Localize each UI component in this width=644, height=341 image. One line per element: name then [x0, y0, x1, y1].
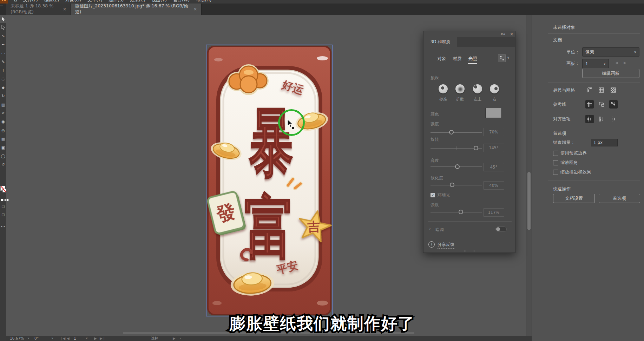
panel-resize-grip[interactable] — [465, 250, 475, 252]
menu-item-6[interactable]: 视图(V) — [152, 0, 167, 3]
panel-title-tab[interactable]: 3D 和材质 — [423, 37, 457, 47]
rotate-view-tool[interactable]: ↺ — [0, 160, 6, 169]
menu-item-2[interactable]: 对象(O) — [66, 0, 81, 3]
panel-header[interactable]: «« × — [423, 31, 515, 37]
lock-guides-icon[interactable] — [597, 100, 606, 109]
ambient-intensity-value[interactable]: 117% — [483, 208, 504, 217]
zoom-caret-icon[interactable]: ∨ — [27, 336, 29, 341]
menu-item-8[interactable]: 帮助(H) — [196, 0, 211, 3]
intensity-slider[interactable] — [431, 132, 482, 133]
tab-lighting[interactable]: 光照 — [468, 56, 477, 64]
scale-corners-checkbox[interactable] — [553, 160, 558, 165]
ruler-icon[interactable] — [585, 86, 594, 94]
snap-to-point-icon[interactable] — [585, 115, 594, 123]
stroke-swatch[interactable] — [2, 189, 6, 192]
preferences-button[interactable]: 首选项 — [599, 194, 640, 203]
last-artboard-icon[interactable]: ▶❘ — [100, 336, 105, 341]
eyedropper-tool[interactable]: ✐ — [0, 109, 6, 117]
tab-object[interactable]: 对象 — [437, 56, 446, 62]
rotation-value[interactable]: 0° — [34, 336, 39, 341]
render-quality-icon[interactable] — [498, 54, 506, 62]
softness-slider[interactable] — [431, 185, 482, 185]
smart-guides-icon[interactable] — [609, 100, 618, 109]
preset-standard[interactable] — [439, 84, 448, 93]
first-artboard-icon[interactable]: ❘◀ — [60, 336, 65, 341]
light-color-swatch[interactable] — [485, 108, 502, 118]
illustrator-logo-icon[interactable]: Ai — [0, 0, 8, 4]
tab-material[interactable]: 材质 — [453, 56, 462, 62]
document-setup-button[interactable]: 文档设置 — [553, 194, 595, 203]
artboard-number[interactable]: 1 — [74, 336, 76, 341]
document-tab-image[interactable]: 微信图片_20231006163910.jpg* @ 16.67 % (RGB/… — [71, 4, 202, 15]
shaper-tool[interactable]: ◌ — [0, 75, 6, 83]
softness-value[interactable]: 40% — [483, 181, 504, 190]
graph-tool[interactable]: ▦ — [0, 135, 6, 143]
artwork-image[interactable]: 好运 暴 富 發 吉 — [206, 45, 333, 316]
intensity-value[interactable]: 70% — [483, 128, 504, 136]
preset-top-left[interactable] — [473, 84, 482, 93]
menu-item-0[interactable]: 文件(F) — [23, 0, 38, 3]
next-artboard-icon[interactable]: ▶ — [624, 61, 626, 65]
color-button[interactable] — [1, 199, 3, 201]
use-preview-bounds-checkbox[interactable] — [553, 151, 558, 156]
height-value[interactable]: 45° — [483, 163, 504, 171]
show-guides-icon[interactable] — [585, 100, 594, 109]
shadow-expander-icon[interactable]: › — [429, 226, 431, 231]
transparency-grid-icon[interactable] — [609, 86, 618, 94]
artboard-caret-icon[interactable]: ∨ — [86, 336, 88, 341]
close-tab-icon[interactable]: × — [193, 7, 197, 12]
blend-tool[interactable]: ◉ — [0, 118, 6, 126]
prev-artboard-icon[interactable]: ◀ — [67, 336, 70, 341]
rotation-slider[interactable] — [431, 148, 482, 149]
draw-mode-button[interactable]: ▢ — [0, 204, 6, 208]
home-icon[interactable]: ⌂ — [14, 0, 17, 2]
edit-artboard-button[interactable]: 编辑画板 — [582, 69, 639, 78]
zoom-level[interactable]: 16.67% — [10, 336, 24, 341]
snap-to-pixel-icon[interactable] — [609, 115, 618, 123]
zoom-tool[interactable]: ◯ — [0, 152, 6, 160]
prev-artboard-icon[interactable]: ◀ — [615, 61, 618, 65]
render-dropdown-caret-icon[interactable]: ∨ — [507, 56, 510, 59]
close-tab-icon[interactable]: × — [63, 7, 66, 12]
ambient-light-checkbox[interactable]: ✓ — [431, 193, 435, 197]
edit-toolbar-button[interactable]: •• — [0, 225, 6, 229]
eraser-tool[interactable]: ◆ — [0, 83, 6, 92]
unit-select[interactable]: 像素 ∨ — [582, 47, 639, 57]
scale-strokes-effects-checkbox[interactable] — [553, 170, 558, 175]
preset-diffuse[interactable] — [455, 84, 465, 93]
rectangle-tool[interactable]: ▭ — [0, 49, 6, 58]
artboard-tool[interactable]: ▣ — [0, 143, 6, 152]
menu-item-4[interactable]: 选择(S) — [109, 0, 124, 3]
direct-selection-tool[interactable] — [0, 23, 6, 32]
status-chevron-icon[interactable]: ‹ — [180, 336, 181, 341]
menu-item-1[interactable]: 编辑(E) — [44, 0, 59, 3]
keyboard-increment-input[interactable]: 1 px — [591, 139, 618, 146]
screen-mode-button[interactable]: ▢ — [0, 212, 6, 216]
rotate-tool[interactable]: ↻ — [0, 92, 6, 100]
color-type-buttons[interactable] — [1, 199, 9, 201]
pen-tool[interactable]: ✒ — [0, 40, 6, 49]
menu-item-7[interactable]: 窗口(W) — [173, 0, 190, 3]
vertical-scrollbar-thumb[interactable] — [527, 172, 531, 230]
gradient-tool[interactable]: ▥ — [0, 100, 6, 109]
selection-tool[interactable] — [0, 15, 6, 23]
share-feedback-link[interactable]: 分享反馈 — [438, 242, 454, 249]
menu-item-3[interactable]: 文字(T) — [87, 0, 102, 3]
next-artboard-icon[interactable]: ▶ — [94, 336, 97, 341]
tab-scroll-grip[interactable] — [0, 6, 3, 13]
rotation-value[interactable]: 145° — [483, 144, 504, 152]
document-tab-untitled[interactable]: 未标题-1 @ 18.38 % (RGB/预览) × — [6, 4, 71, 15]
preset-right[interactable] — [490, 84, 499, 93]
fill-stroke-swatches[interactable] — [0, 186, 6, 198]
menu-item-5[interactable]: 效果(C) — [130, 0, 145, 3]
paintbrush-tool[interactable]: ✎ — [0, 58, 6, 66]
height-slider[interactable] — [431, 166, 482, 167]
curvature-tool[interactable]: ∿ — [0, 32, 6, 40]
none-button[interactable] — [6, 199, 9, 201]
shadow-toggle[interactable] — [495, 227, 507, 232]
symbol-sprayer-tool[interactable]: ◎ — [0, 126, 6, 135]
grid-icon[interactable] — [597, 86, 606, 94]
collapse-panel-icon[interactable]: «« — [500, 32, 506, 37]
ambient-intensity-slider[interactable] — [431, 212, 482, 212]
snap-to-grid-icon[interactable] — [597, 115, 606, 123]
